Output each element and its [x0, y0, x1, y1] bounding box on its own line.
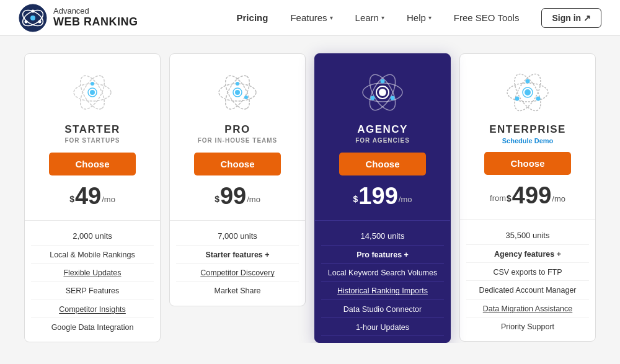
nav-links: Pricing Features ▾ Learn ▾ Help ▾ Free S…: [226, 12, 531, 23]
nav-item-help[interactable]: Help ▾: [396, 12, 443, 23]
svg-point-32: [525, 89, 531, 95]
agency-choose-button[interactable]: Choose: [339, 153, 426, 175]
enterprise-feature-0: 35,500 units: [466, 228, 589, 245]
agency-divider: [315, 220, 450, 221]
plan-card-enterprise: ENTERPRISE Schedule Demo Choose from $ 4…: [459, 53, 596, 342]
starter-plan-sub: FOR STARTUPS: [64, 137, 120, 144]
agency-atom-icon: [358, 68, 407, 117]
nav-link-learn[interactable]: Learn ▾: [344, 12, 396, 23]
enterprise-feature-4: Data Migration Assistance: [466, 301, 589, 317]
enterprise-price-amount: 499: [512, 184, 551, 207]
agency-feature-2: Local Keyword Search Volumes: [321, 265, 444, 282]
navbar: Advanced WEB RANKING Pricing Features ▾ …: [0, 0, 620, 36]
starter-feature-2: Flexible Updates: [31, 265, 154, 282]
enterprise-features-list: 35,500 units Agency features + CSV expor…: [460, 228, 595, 335]
main-content: STARTER FOR STARTUPS Choose $ 49 /mo 2,0…: [0, 36, 620, 343]
pro-feature-1: Starter features +: [176, 247, 299, 264]
starter-price-row: $ 49 /mo: [25, 184, 160, 216]
nav-link-pricing[interactable]: Pricing: [226, 12, 280, 23]
pro-divider: [170, 220, 305, 221]
plan-card-starter: STARTER FOR STARTUPS Choose $ 49 /mo 2,0…: [24, 53, 161, 342]
agency-dollar-sign: $: [353, 194, 358, 204]
starter-feature-1: Local & Mobile Rankings: [31, 247, 154, 264]
starter-feature-5: Google Data Integration: [31, 319, 154, 335]
pro-icon-area: [170, 54, 305, 123]
enterprise-from-text: from: [490, 193, 506, 203]
svg-point-26: [391, 96, 395, 100]
svg-point-24: [379, 89, 386, 96]
enterprise-feature-5: Priority Support: [466, 319, 589, 335]
pro-price-amount: 99: [220, 184, 246, 208]
agency-feature-3: Historical Ranking Imports: [321, 283, 444, 300]
starter-price-period: /mo: [102, 195, 115, 204]
svg-point-25: [381, 79, 385, 84]
help-chevron-icon: ▾: [428, 14, 432, 21]
nav-item-pricing[interactable]: Pricing: [226, 12, 280, 23]
svg-point-34: [536, 97, 541, 101]
agency-feature-0: 14,500 units: [321, 228, 444, 246]
pro-atom-icon: [213, 68, 262, 117]
starter-feature-0: 2,000 units: [31, 228, 154, 246]
pro-plan-name: PRO: [224, 123, 250, 136]
agency-features-list: 14,500 units Pro features + Local Keywor…: [315, 228, 450, 336]
starter-price-amount: 49: [75, 184, 101, 208]
logo-top-text: Advanced: [53, 7, 138, 16]
enterprise-feature-3: Dedicated Account Manager: [466, 282, 589, 299]
nav-item-features[interactable]: Features ▾: [279, 12, 343, 23]
features-chevron-icon: ▾: [330, 14, 333, 21]
logo[interactable]: Advanced WEB RANKING: [19, 4, 138, 32]
plan-card-agency: AGENCY FOR AGENCIES Choose $ 199 /mo 14,…: [314, 53, 451, 343]
pro-price-period: /mo: [247, 195, 260, 204]
nav-link-help[interactable]: Help ▾: [396, 12, 443, 23]
svg-point-17: [235, 90, 240, 95]
pro-feature-2: Competitor Discovery: [176, 265, 299, 282]
agency-price-period: /mo: [399, 195, 412, 204]
pro-dollar-sign: $: [215, 194, 219, 204]
agency-arrow-indicator: [375, 342, 390, 343]
starter-feature-3: SERP Features: [31, 283, 154, 300]
starter-features-list: 2,000 units Local & Mobile Rankings Flex…: [25, 228, 160, 335]
svg-point-3: [30, 16, 35, 20]
nav-link-free-seo-tools[interactable]: Free SEO Tools: [443, 12, 531, 23]
enterprise-price-row: from $ 499 /mo: [460, 184, 595, 216]
logo-icon: [19, 4, 47, 32]
nav-item-free-seo-tools[interactable]: Free SEO Tools: [443, 12, 531, 23]
enterprise-feature-2: CSV exports to FTP: [466, 264, 589, 281]
agency-icon-area: [315, 54, 450, 123]
enterprise-price-period: /mo: [552, 194, 565, 203]
starter-atom-icon: [68, 68, 117, 117]
pro-choose-button[interactable]: Choose: [194, 153, 281, 175]
nav-item-learn[interactable]: Learn ▾: [344, 12, 396, 23]
sign-in-button[interactable]: Sign in ↗: [541, 8, 601, 28]
svg-point-27: [371, 96, 375, 100]
agency-feature-1: Pro features +: [321, 247, 444, 264]
pro-price-row: $ 99 /mo: [170, 184, 305, 216]
agency-plan-name: AGENCY: [357, 123, 408, 136]
svg-point-35: [515, 97, 520, 101]
svg-point-12: [91, 82, 94, 86]
enterprise-atom-icon: [503, 68, 552, 117]
pro-feature-3: Market Share: [176, 283, 299, 299]
enterprise-feature-1: Agency features +: [466, 246, 589, 263]
agency-price-row: $ 199 /mo: [315, 184, 450, 216]
agency-price-amount: 199: [358, 184, 397, 208]
enterprise-dollar-sign: $: [507, 193, 512, 203]
enterprise-choose-button[interactable]: Choose: [484, 152, 571, 175]
learn-chevron-icon: ▾: [381, 14, 384, 21]
agency-feature-4: Data Studio Connector: [321, 301, 444, 318]
agency-feature-5: 1-hour Updates: [321, 319, 444, 336]
nav-link-features[interactable]: Features ▾: [279, 12, 343, 23]
svg-point-5: [38, 20, 42, 23]
starter-choose-button[interactable]: Choose: [49, 153, 136, 175]
pro-features-list: 7,000 units Starter features + Competito…: [170, 228, 305, 300]
svg-point-11: [90, 90, 95, 95]
plan-card-pro: PRO FOR IN-HOUSE TEAMS Choose $ 99 /mo 7…: [169, 53, 306, 306]
enterprise-plan-name: ENTERPRISE: [489, 123, 566, 136]
plans-container: STARTER FOR STARTUPS Choose $ 49 /mo 2,0…: [12, 53, 608, 343]
svg-point-6: [25, 20, 28, 23]
schedule-demo-link[interactable]: Schedule Demo: [502, 137, 554, 144]
agency-plan-sub: FOR AGENCIES: [355, 137, 410, 144]
svg-point-18: [236, 82, 239, 86]
pro-feature-0: 7,000 units: [176, 228, 299, 246]
starter-plan-name: STARTER: [64, 123, 120, 136]
